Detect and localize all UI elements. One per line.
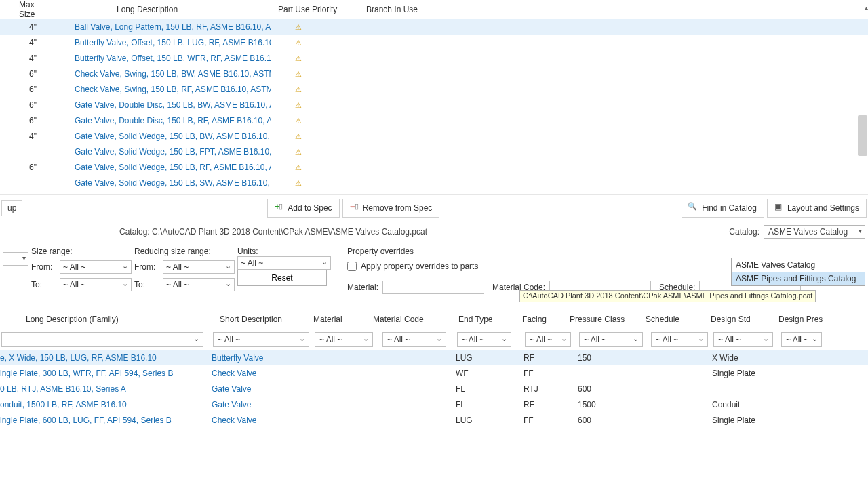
cell-long-desc: Butterfly Valve, Offset, 150 LB, WFR, RF… bbox=[41, 54, 271, 63]
header-max-size[interactable]: Max Size bbox=[0, 0, 41, 19]
hdr-design-std[interactable]: Design Std bbox=[704, 314, 772, 324]
remove-from-spec-label: Remove from Spec bbox=[363, 203, 433, 213]
filter-design-pres[interactable]: ~ All ~ bbox=[781, 332, 822, 347]
table-row[interactable]: Gate Valve, Solid Wedge, 150 LB, FPT, AS… bbox=[0, 144, 868, 159]
catalog-option-asme-pipes-fittings[interactable]: ASME Pipes and Fittings Catalog bbox=[732, 272, 865, 285]
table-row[interactable]: ingle Plate, 300 LB, WFR, FF, API 594, S… bbox=[0, 365, 868, 381]
filter-material[interactable]: ~ All ~ bbox=[315, 332, 373, 347]
add-icon bbox=[275, 203, 284, 213]
table-row[interactable]: 6"Check Valve, Swing, 150 LB, RF, ASME B… bbox=[0, 81, 868, 97]
catalog-tooltip: C:\AutoCAD Plant 3D 2018 Content\CPak AS… bbox=[519, 290, 816, 302]
cell-max-size: 4" bbox=[0, 54, 41, 63]
units-label: Units: bbox=[237, 247, 331, 256]
table-row[interactable]: 6"Check Valve, Swing, 150 LB, BW, ASME B… bbox=[0, 66, 868, 81]
apply-overrides-checkbox[interactable] bbox=[347, 262, 357, 271]
cell-max-size: 6" bbox=[0, 163, 41, 172]
layout-icon bbox=[774, 203, 784, 213]
scrollbar-thumb[interactable] bbox=[858, 115, 867, 156]
filter-material-code[interactable]: ~ All ~ bbox=[382, 332, 446, 347]
bottom-table-header: Long Description (Family) Short Descript… bbox=[0, 309, 868, 329]
catalog-dropdown[interactable]: ASME Valves Catalog ASME Pipes and Fitti… bbox=[731, 258, 865, 286]
filter-facing[interactable]: ~ All ~ bbox=[525, 332, 571, 347]
table-row[interactable]: 6"Gate Valve, Double Disc, 150 LB, RF, A… bbox=[0, 113, 868, 128]
scroll-up-arrow-icon[interactable]: ▴ bbox=[865, 4, 868, 12]
hdr-pressure-class[interactable]: Pressure Class bbox=[570, 314, 642, 324]
r-from-label: From: bbox=[134, 262, 159, 272]
catalog-select[interactable]: ASME Valves Catalog bbox=[764, 225, 865, 239]
catalog-combo-label: Catalog: bbox=[729, 227, 760, 237]
cell-long-desc: e, X Wide, 150 LB, LUG, RF, ASME B16.10 bbox=[0, 353, 212, 363]
table-row[interactable]: 4"Gate Valve, Solid Wedge, 150 LB, BW, A… bbox=[0, 128, 868, 144]
filter-pressure-class[interactable]: ~ All ~ bbox=[579, 332, 643, 347]
hdr-facing[interactable]: Facing bbox=[515, 314, 570, 324]
cell-design-std: Single Plate bbox=[712, 369, 780, 378]
hdr-material[interactable]: Material bbox=[305, 314, 373, 324]
layout-and-settings-button[interactable]: Layout and Settings bbox=[767, 199, 867, 218]
material-field[interactable] bbox=[382, 281, 484, 294]
cell-design-std: X Wide bbox=[712, 353, 780, 363]
table-row[interactable]: e, X Wide, 150 LB, LUG, RF, ASME B16.10B… bbox=[0, 350, 868, 365]
hdr-material-code[interactable]: Material Code bbox=[373, 314, 448, 324]
cell-facing: RF bbox=[524, 400, 578, 409]
cell-max-size: 4" bbox=[0, 38, 41, 47]
header-branch-in-use[interactable]: Branch In Use bbox=[359, 5, 495, 14]
cell-pressure: 600 bbox=[578, 384, 650, 394]
hdr-end-type[interactable]: End Type bbox=[448, 314, 515, 324]
warning-icon: ⚠ bbox=[295, 70, 302, 78]
add-to-spec-button[interactable]: Add to Spec bbox=[267, 199, 339, 218]
catalog-option-asme-valves[interactable]: ASME Valves Catalog bbox=[732, 258, 865, 272]
filter-end-type[interactable]: ~ All ~ bbox=[457, 332, 511, 347]
filter-schedule[interactable]: ~ All ~ bbox=[651, 332, 708, 347]
table-row[interactable]: 4"Butterfly Valve, Offset, 150 LB, WFR, … bbox=[0, 50, 868, 66]
cell-short-desc: Check Valve bbox=[212, 415, 313, 425]
up-button[interactable]: up bbox=[1, 200, 22, 216]
top-table-body: 4"Ball Valve, Long Pattern, 150 LB, RF, … bbox=[0, 19, 868, 190]
mid-toolbar: up Add to Spec Remove from Spec Find in … bbox=[0, 194, 868, 221]
cell-long-desc: Gate Valve, Solid Wedge, 150 LB, FPT, AS… bbox=[41, 147, 271, 157]
reset-button[interactable]: Reset bbox=[237, 270, 327, 286]
cell-design-std: Conduit bbox=[712, 400, 780, 409]
units-block: Units: ~ All ~ Reset bbox=[237, 247, 331, 286]
size-to-select[interactable]: ~ All ~ bbox=[60, 278, 132, 291]
reducing-from-select[interactable]: ~ All ~ bbox=[163, 260, 235, 274]
top-table-header: Max Size Long Description Part Use Prior… bbox=[0, 0, 868, 19]
cell-part-use: ⚠ bbox=[271, 100, 359, 110]
filter-long-desc[interactable] bbox=[1, 332, 203, 347]
cell-long-desc: Gate Valve, Double Disc, 150 LB, BW, ASM… bbox=[41, 100, 271, 110]
cell-short-desc: Check Valve bbox=[212, 369, 313, 378]
reducing-to-select[interactable]: ~ All ~ bbox=[163, 278, 235, 291]
hdr-long-desc-family[interactable]: Long Description (Family) bbox=[1, 314, 203, 324]
cell-short-desc: Gate Valve bbox=[212, 384, 313, 394]
filter-short-desc[interactable]: ~ All ~ bbox=[213, 332, 309, 347]
units-select[interactable]: ~ All ~ bbox=[237, 256, 331, 270]
cell-end-type: LUG bbox=[456, 415, 524, 425]
material-label: Material: bbox=[347, 283, 378, 292]
cell-design-std: Single Plate bbox=[712, 415, 780, 425]
hdr-short-desc[interactable]: Short Description bbox=[203, 314, 305, 324]
left-small-select[interactable] bbox=[3, 252, 28, 266]
filter-design-std[interactable]: ~ All ~ bbox=[713, 332, 773, 347]
find-in-catalog-label: Find in Catalog bbox=[702, 203, 757, 213]
remove-from-spec-button[interactable]: Remove from Spec bbox=[342, 199, 440, 218]
table-row[interactable]: onduit, 1500 LB, RF, ASME B16.10Gate Val… bbox=[0, 396, 868, 412]
header-long-description[interactable]: Long Description bbox=[41, 5, 271, 14]
table-row[interactable]: 4"Ball Valve, Long Pattern, 150 LB, RF, … bbox=[0, 19, 868, 35]
size-from-select[interactable]: ~ All ~ bbox=[60, 260, 132, 274]
table-row[interactable]: 4"Butterfly Valve, Offset, 150 LB, LUG, … bbox=[0, 35, 868, 50]
hdr-design-pres[interactable]: Design Pres bbox=[772, 314, 840, 324]
hdr-schedule[interactable]: Schedule bbox=[642, 314, 704, 324]
table-row[interactable]: ingle Plate, 600 LB, LUG, FF, API 594, S… bbox=[0, 412, 868, 428]
table-row[interactable]: 6"Gate Valve, Solid Wedge, 150 LB, RF, A… bbox=[0, 159, 868, 175]
cell-part-use: ⚠ bbox=[271, 22, 359, 32]
warning-icon: ⚠ bbox=[295, 117, 302, 125]
cell-pressure: 600 bbox=[578, 415, 650, 425]
table-row[interactable]: Gate Valve, Solid Wedge, 150 LB, SW, ASM… bbox=[0, 175, 868, 190]
cell-facing: RF bbox=[524, 353, 578, 363]
header-part-use-priority[interactable]: Part Use Priority bbox=[271, 5, 359, 14]
table-row[interactable]: 0 LB, RTJ, ASME B16.10, Series AGate Val… bbox=[0, 381, 868, 396]
cell-part-use: ⚠ bbox=[271, 147, 359, 157]
property-overrides-label: Property overrides bbox=[347, 247, 865, 256]
to-label: To: bbox=[31, 280, 56, 289]
find-in-catalog-button[interactable]: Find in Catalog bbox=[682, 199, 764, 218]
table-row[interactable]: 6"Gate Valve, Double Disc, 150 LB, BW, A… bbox=[0, 97, 868, 113]
